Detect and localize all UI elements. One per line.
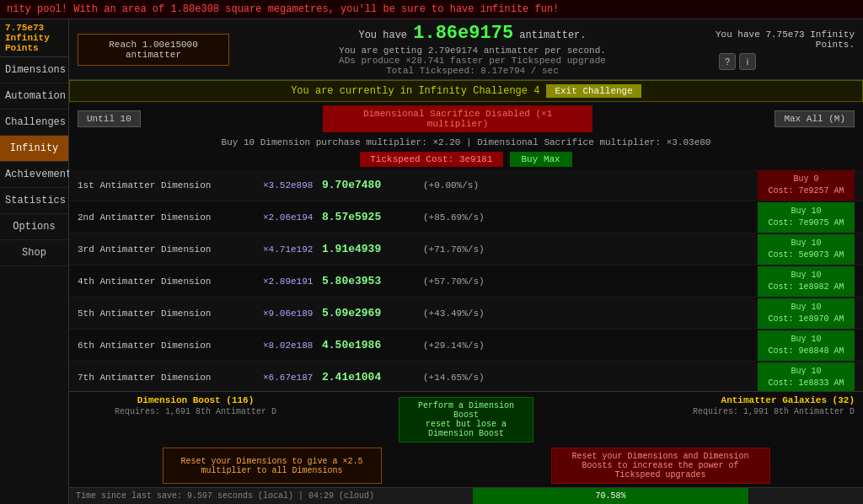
dim-rate-6: (+29.14%/s) xyxy=(423,340,758,351)
sidebar: 7.75e73 Infinity Points Dimensions Autom… xyxy=(0,19,69,504)
top-banner: nity pool! With an area of 1.80e308 squa… xyxy=(0,0,863,19)
boost-center: Perform a Dimension Boost reset but lose… xyxy=(314,395,619,444)
antimatter-info: You have 1.86e9175 antimatter. You are g… xyxy=(229,23,716,76)
sidebar-item-challenges[interactable]: Challenges xyxy=(0,110,68,136)
save-time: Time since last save: 9.597 seconds (loc… xyxy=(69,491,473,501)
dim-count-2: 8.57e5925 xyxy=(322,211,423,223)
ip-reach-text: Reach 1.00e15000 antimatter xyxy=(109,40,198,60)
dim-name-2: 2nd Antimatter Dimension xyxy=(78,212,263,223)
dim-count-1: 9.70e7480 xyxy=(322,179,423,191)
dim-rate-2: (+85.69%/s) xyxy=(423,212,758,223)
galaxy-title: Antimatter Galaxies (32) xyxy=(619,395,855,405)
top-banner-text: nity pool! With an area of 1.80e308 squa… xyxy=(7,3,559,15)
dim-buy-btn-4[interactable]: Buy 10Cost: 1e8982 AM xyxy=(758,266,855,297)
help-button[interactable]: ? xyxy=(719,53,736,70)
sidebar-item-options[interactable]: Options xyxy=(0,214,68,240)
dim-mult-3: ×4.71e192 xyxy=(263,244,322,255)
boost-req: Requires: 1,691 8th Antimatter D xyxy=(78,407,314,416)
dim-count-4: 5.80e3953 xyxy=(322,275,423,287)
sacrifice-button[interactable]: Dimensional Sacrifice Disabled (×1 multi… xyxy=(323,105,592,132)
info-bar: Reach 1.00e15000 antimatter You have 1.8… xyxy=(69,19,863,80)
dim-buy-btn-1[interactable]: Buy 0Cost: 7e9257 AM xyxy=(758,170,855,201)
ad-boost-text: ADs produce ×28.741 faster per Tickspeed… xyxy=(339,56,606,66)
perform-boost-button[interactable]: Perform a Dimension Boost reset but lose… xyxy=(399,397,533,442)
dim-name-3: 3rd Antimatter Dimension xyxy=(78,244,263,255)
multiplier-bar: Buy 10 Dimension purchase multiplier: ×2… xyxy=(69,136,863,149)
sidebar-item-dimensions[interactable]: Dimensions xyxy=(0,57,68,83)
dim-count-7: 2.41e1004 xyxy=(322,371,423,383)
dim-mult-4: ×2.89e191 xyxy=(263,276,322,287)
tickspeed-cost-button[interactable]: Tickspeed Cost: 3e9181 xyxy=(360,152,502,167)
info-button[interactable]: i xyxy=(739,53,756,70)
antimatter-label: antimatter. xyxy=(519,29,586,41)
dimension-row-6: 6th Antimatter Dimension ×8.02e188 4.50e… xyxy=(69,330,863,362)
sidebar-ip-label: Infinity Points xyxy=(5,33,50,53)
exit-challenge-button[interactable]: Exit Challenge xyxy=(546,84,641,98)
dimension-row-5: 5th Antimatter Dimension ×9.06e189 5.09e… xyxy=(69,298,863,330)
sidebar-item-achievements[interactable]: Achievements xyxy=(0,162,68,188)
multiplier-text: Buy 10 Dimension purchase multiplier: ×2… xyxy=(222,137,711,147)
total-tickspeed-text: Total Tickspeed: 8.17e794 / sec xyxy=(386,66,559,76)
sidebar-header: 7.75e73 Infinity Points xyxy=(0,19,68,57)
bottom-section: Dimension Boost (116) Requires: 1,691 8t… xyxy=(69,391,863,487)
dim-buy-btn-3[interactable]: Buy 10Cost: 5e9073 AM xyxy=(758,234,855,265)
dimension-row-7: 7th Antimatter Dimension ×6.67e187 2.41e… xyxy=(69,362,863,391)
dim-buy-btn-2[interactable]: Buy 10Cost: 7e9075 AM xyxy=(758,202,855,233)
dim-buy-btn-6[interactable]: Buy 10Cost: 9e8848 AM xyxy=(758,330,855,361)
dim-mult-1: ×3.52e898 xyxy=(263,180,322,190)
dimension-row-2: 2nd Antimatter Dimension ×2.06e194 8.57e… xyxy=(69,201,863,233)
dim-mult-2: ×2.06e194 xyxy=(263,212,322,223)
dim-mult-6: ×8.02e188 xyxy=(263,340,322,351)
dim-name-4: 4th Antimatter Dimension xyxy=(78,276,263,287)
boost-title: Dimension Boost (116) xyxy=(78,395,314,405)
sidebar-ip-value: 7.75e73 xyxy=(5,23,44,33)
controls-bar: Until 10 Dimensional Sacrifice Disabled … xyxy=(69,102,863,136)
buy-max-button[interactable]: Buy Max xyxy=(510,152,572,167)
per-second-text: You are getting 2.79e9174 antimatter per… xyxy=(339,46,606,56)
galaxy-req: Requires: 1,991 8th Antimatter D xyxy=(619,407,855,416)
antimatter-count: 1.86e9175 xyxy=(413,23,513,44)
infinity-points-display: You have 7.75e73 Infinity Points. ? i xyxy=(716,29,855,70)
dim-name-6: 6th Antimatter Dimension xyxy=(78,340,263,351)
dim-rate-7: (+14.65%/s) xyxy=(423,373,758,383)
dim-buy-btn-7[interactable]: Buy 10Cost: 1e8833 AM xyxy=(758,362,855,392)
dim-count-5: 5.09e2969 xyxy=(322,307,423,319)
dim-rate-5: (+43.49%/s) xyxy=(423,308,758,319)
dimension-row-4: 4th Antimatter Dimension ×2.89e191 5.80e… xyxy=(69,265,863,298)
progress-label: 70.58% xyxy=(595,491,625,501)
dim-rate-3: (+71.76%/s) xyxy=(423,244,758,255)
until-button[interactable]: Until 10 xyxy=(78,110,141,127)
dimensions-list: 1st Antimatter Dimension ×3.52e898 9.70e… xyxy=(69,169,863,391)
status-bar: Time since last save: 9.597 seconds (loc… xyxy=(69,487,863,504)
dim-count-3: 1.91e4939 xyxy=(322,243,423,255)
progress-bar-fill: 70.58% xyxy=(473,488,748,504)
sacrifice-bar: Dimensional Sacrifice Disabled (×1 multi… xyxy=(141,105,775,132)
max-all-button[interactable]: Max All (M) xyxy=(775,110,855,127)
dim-mult-5: ×9.06e189 xyxy=(263,308,322,319)
dim-name-7: 7th Antimatter Dimension xyxy=(78,373,263,383)
boost-section: Dimension Boost (116) Requires: 1,691 8t… xyxy=(78,395,855,444)
reset-dimensions-button[interactable]: Reset your Dimensions to give a ×2.5 mul… xyxy=(163,448,382,484)
sidebar-item-infinity[interactable]: Infinity xyxy=(0,136,68,162)
dimension-boost-panel: Dimension Boost (116) Requires: 1,691 8t… xyxy=(78,395,314,416)
dim-name-5: 5th Antimatter Dimension xyxy=(78,308,263,319)
galaxy-panel: Antimatter Galaxies (32) Requires: 1,991… xyxy=(619,395,855,416)
sidebar-item-statistics[interactable]: Statistics xyxy=(0,188,68,214)
tickspeed-bar: Tickspeed Cost: 3e9181 Buy Max xyxy=(69,149,863,169)
sidebar-item-automation[interactable]: Automation xyxy=(0,83,68,110)
dim-name-1: 1st Antimatter Dimension xyxy=(78,180,263,190)
progress-bar: 70.58% xyxy=(473,488,863,504)
you-have-label: You have xyxy=(358,29,407,41)
challenge-bar: You are currently in Infinity Challenge … xyxy=(69,80,863,102)
dim-mult-7: ×6.67e187 xyxy=(263,373,322,383)
reset-dim-galaxy-button[interactable]: Reset your Dimensions and Dimension Boos… xyxy=(551,448,770,484)
dim-buy-btn-5[interactable]: Buy 10Cost: 1e8970 AM xyxy=(758,298,855,329)
ip-label2: Points. xyxy=(816,40,855,50)
sidebar-item-shop[interactable]: Shop xyxy=(0,240,68,266)
dim-rate-1: (+0.00%/s) xyxy=(423,180,758,190)
dim-count-6: 4.50e1986 xyxy=(322,339,423,351)
dimension-row-3: 3rd Antimatter Dimension ×4.71e192 1.91e… xyxy=(69,233,863,265)
dimension-row-1: 1st Antimatter Dimension ×3.52e898 9.70e… xyxy=(69,169,863,201)
challenge-text: You are currently in Infinity Challenge … xyxy=(291,85,539,97)
main-content: Reach 1.00e15000 antimatter You have 1.8… xyxy=(69,19,863,504)
